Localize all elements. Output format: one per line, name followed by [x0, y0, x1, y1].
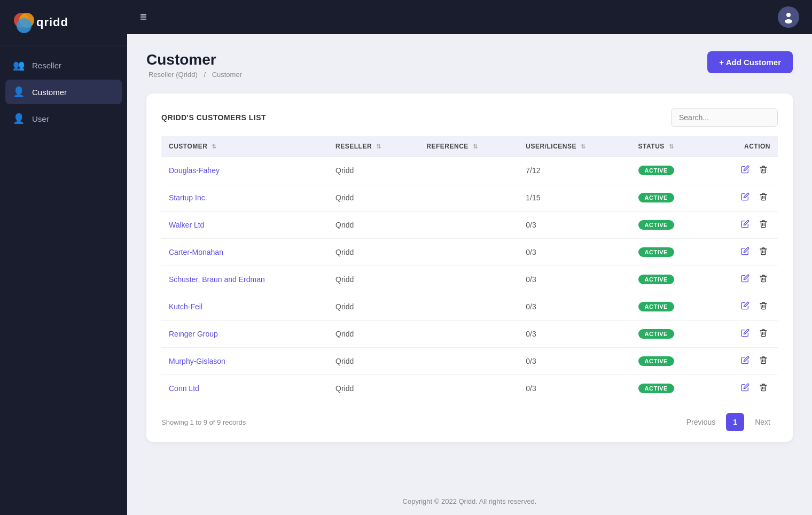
- status-cell: ACTIVE: [631, 348, 707, 375]
- customer-name-cell[interactable]: Reinger Group: [161, 321, 328, 348]
- hamburger-icon[interactable]: ≡: [140, 10, 147, 24]
- page-header: Customer Reseller (Qridd) / Customer + A…: [146, 51, 793, 79]
- delete-button[interactable]: [756, 327, 770, 341]
- search-input[interactable]: [671, 108, 778, 127]
- edit-button[interactable]: [738, 191, 752, 205]
- card-header: QRIDD'S CUSTOMERS LIST: [161, 108, 778, 127]
- sort-icon-reseller[interactable]: ⇅: [376, 143, 381, 150]
- reseller-cell: Qridd: [328, 157, 419, 184]
- edit-button[interactable]: [738, 272, 752, 286]
- edit-button[interactable]: [738, 381, 752, 395]
- status-badge: ACTIVE: [638, 302, 674, 311]
- table-row: Walker Ltd Qridd 0/3 ACTIVE: [161, 212, 778, 239]
- sidebar-item-label-user: User: [32, 114, 49, 123]
- status-badge: ACTIVE: [638, 166, 674, 175]
- edit-icon: [741, 220, 749, 228]
- svg-point-3: [786, 13, 791, 17]
- edit-button[interactable]: [738, 354, 752, 368]
- sort-icon-customer[interactable]: ⇅: [212, 143, 217, 150]
- breadcrumb-reseller: Reseller (Qridd): [149, 71, 198, 79]
- delete-button[interactable]: [756, 272, 770, 286]
- table-row: Murphy-Gislason Qridd 0/3 ACTIVE: [161, 348, 778, 375]
- status-cell: ACTIVE: [631, 321, 707, 348]
- reseller-cell: Qridd: [328, 212, 419, 239]
- status-badge: ACTIVE: [638, 384, 674, 393]
- customer-name-cell[interactable]: Startup Inc.: [161, 184, 328, 212]
- status-badge: ACTIVE: [638, 329, 674, 339]
- delete-button[interactable]: [756, 191, 770, 205]
- edit-icon: [741, 274, 749, 283]
- edit-icon: [741, 192, 749, 201]
- edit-button[interactable]: [738, 300, 752, 314]
- status-cell: ACTIVE: [631, 375, 707, 402]
- card-title: QRIDD'S CUSTOMERS LIST: [161, 113, 266, 122]
- table-row: Reinger Group Qridd 0/3 ACTIVE: [161, 321, 778, 348]
- delete-button[interactable]: [756, 218, 770, 232]
- sort-icon-reference[interactable]: ⇅: [473, 143, 478, 150]
- edit-icon: [741, 247, 749, 255]
- footer-text: Copyright © 2022 Qridd. All rights reser…: [403, 497, 537, 505]
- customer-name-cell[interactable]: Kutch-Feil: [161, 293, 328, 321]
- status-badge: ACTIVE: [638, 275, 674, 284]
- table-row: Carter-Monahan Qridd 0/3 ACTIVE: [161, 239, 778, 266]
- pagination: Previous 1 Next: [679, 413, 778, 431]
- sidebar-item-user[interactable]: 👤 User: [0, 105, 127, 132]
- table-row: Douglas-Fahey Qridd 7/12 ACTIVE: [161, 157, 778, 184]
- breadcrumb-current: Customer: [212, 71, 242, 79]
- user-avatar[interactable]: [778, 6, 799, 28]
- delete-button[interactable]: [756, 354, 770, 368]
- edit-button[interactable]: [738, 327, 752, 341]
- add-customer-button[interactable]: + Add Customer: [707, 51, 793, 73]
- edit-icon: [741, 356, 749, 364]
- sort-icon-user-license[interactable]: ⇅: [581, 143, 586, 150]
- customer-name-cell[interactable]: Douglas-Fahey: [161, 157, 328, 184]
- status-badge: ACTIVE: [638, 356, 674, 366]
- delete-icon: [759, 301, 768, 310]
- status-badge: ACTIVE: [638, 220, 674, 230]
- edit-icon: [741, 165, 749, 174]
- edit-icon: [741, 383, 749, 392]
- sidebar-item-reseller[interactable]: 👥 Reseller: [0, 52, 127, 79]
- next-button[interactable]: Next: [747, 413, 778, 431]
- delete-icon: [759, 192, 768, 201]
- sidebar-item-customer[interactable]: 👤 Customer: [5, 80, 122, 104]
- sidebar-item-label-reseller: Reseller: [32, 61, 61, 70]
- customer-name-cell[interactable]: Schuster, Braun and Erdman: [161, 266, 328, 293]
- footer: Copyright © 2022 Qridd. All rights reser…: [127, 488, 812, 515]
- action-cell: [707, 212, 778, 239]
- reseller-cell: Qridd: [328, 266, 419, 293]
- action-cell: [707, 293, 778, 321]
- page-1-button[interactable]: 1: [726, 413, 744, 431]
- reseller-cell: Qridd: [328, 239, 419, 266]
- sidebar-item-label-customer: Customer: [32, 88, 67, 97]
- customer-name-cell[interactable]: Murphy-Gislason: [161, 348, 328, 375]
- edit-button[interactable]: [738, 245, 752, 259]
- reference-cell: [419, 239, 518, 266]
- sidebar-logo: qridd: [0, 0, 127, 45]
- user-license-cell: 0/3: [518, 239, 630, 266]
- delete-button[interactable]: [756, 381, 770, 395]
- user-license-cell: 0/3: [518, 293, 630, 321]
- table-row: Kutch-Feil Qridd 0/3 ACTIVE: [161, 293, 778, 321]
- page-title: Customer: [146, 51, 244, 68]
- delete-icon: [759, 329, 768, 337]
- sort-icon-status[interactable]: ⇅: [669, 143, 674, 150]
- edit-button[interactable]: [738, 218, 752, 232]
- table-row: Startup Inc. Qridd 1/15 ACTIVE: [161, 184, 778, 212]
- customer-name-cell[interactable]: Conn Ltd: [161, 375, 328, 402]
- action-cell: [707, 157, 778, 184]
- sidebar: qridd 👥 Reseller 👤 Customer 👤 User: [0, 0, 127, 515]
- reference-cell: [419, 375, 518, 402]
- delete-button[interactable]: [756, 163, 770, 177]
- delete-button[interactable]: [756, 300, 770, 314]
- table-row: Schuster, Braun and Erdman Qridd 0/3 ACT…: [161, 266, 778, 293]
- col-reference: REFERENCE ⇅: [419, 136, 518, 157]
- col-user-license: USER/LICENSE ⇅: [518, 136, 630, 157]
- edit-button[interactable]: [738, 163, 752, 177]
- previous-button[interactable]: Previous: [679, 413, 723, 431]
- action-cell: [707, 348, 778, 375]
- col-customer: CUSTOMER ⇅: [161, 136, 328, 157]
- delete-button[interactable]: [756, 245, 770, 259]
- customer-name-cell[interactable]: Walker Ltd: [161, 212, 328, 239]
- customer-name-cell[interactable]: Carter-Monahan: [161, 239, 328, 266]
